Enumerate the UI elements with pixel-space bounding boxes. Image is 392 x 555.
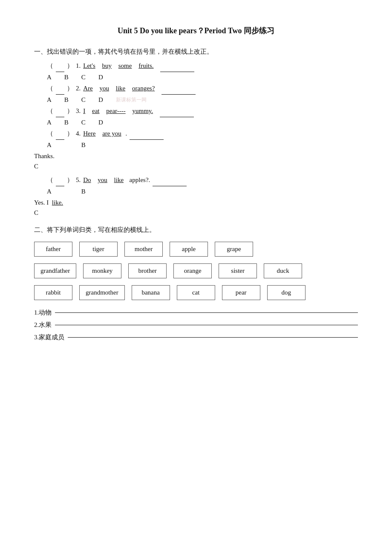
q4-partA: Here <box>83 128 95 139</box>
q5-opt-b: B <box>81 188 86 195</box>
q4-opt-b: B <box>81 142 86 149</box>
q1-partB: buy <box>102 60 112 72</box>
word-pear: pear <box>222 285 260 300</box>
q5-options: A B <box>47 188 358 195</box>
q3-bracket <box>56 105 64 117</box>
question-4-row: （ ） 4. Here are you . <box>47 128 358 140</box>
q5-partC: like <box>114 174 124 186</box>
q2-opt-d: D <box>98 96 103 104</box>
word-duck: duck <box>264 263 302 278</box>
q4-num: 4. <box>76 128 81 139</box>
q4-paren-close: ） <box>67 128 73 139</box>
question-3-row: （ ） 3. I eat pear---- yummy. <box>47 105 358 117</box>
q5-opt-a: A <box>47 188 52 195</box>
q4-extra-label: C <box>34 163 358 170</box>
q2-partD: oranges? <box>132 83 155 94</box>
q5-bracket <box>56 174 64 186</box>
q5-extra-label: C <box>34 209 358 217</box>
q1-opt-c: C <box>81 74 86 81</box>
q4-answer <box>130 128 164 140</box>
q4-options: A B <box>47 142 358 149</box>
q5-answer <box>153 174 187 186</box>
word-tiger: tiger <box>79 242 118 257</box>
q1-paren-open: （ <box>47 60 53 72</box>
watermark: 新课标第一网 <box>116 96 147 104</box>
q2-paren-close: ） <box>67 83 73 94</box>
q3-partD: yummy. <box>132 105 153 117</box>
word-monkey: monkey <box>83 263 121 278</box>
q2-partA: Are <box>83 83 93 94</box>
q5-partB: you <box>98 174 107 186</box>
q1-opt-d: D <box>98 74 103 81</box>
word-sister: sister <box>219 263 257 278</box>
q2-paren-open: （ <box>47 83 53 94</box>
q1-paren-close: ） <box>67 60 73 72</box>
q5-partA: Do <box>83 174 91 186</box>
page-title: Unit 5 Do you like pears？Period Two 同步练习 <box>34 26 358 36</box>
question-1-row: （ ） 1. Let's buy some fruits. <box>47 60 358 72</box>
word-brother: brother <box>128 263 167 278</box>
classify-line-3 <box>68 337 358 338</box>
section1-header: 一、找出错误的一项，将其代号填在括号里，并在横线上改正。 <box>34 48 358 56</box>
q5-num: 5. <box>76 174 81 186</box>
classify-line-1 <box>55 312 358 313</box>
q3-opt-a: A <box>47 119 52 126</box>
q2-partC: like <box>116 83 126 94</box>
q3-opt-d: D <box>98 119 103 126</box>
classify-row-1: 1.动物 <box>34 309 358 317</box>
q2-opt-a: A <box>47 96 52 104</box>
q1-partD: fruits. <box>138 60 153 72</box>
q3-num: 3. <box>76 105 81 117</box>
q3-partA: I <box>83 105 85 117</box>
q2-options: A B C D 新课标第一网 <box>47 96 358 104</box>
q1-partA: Let's <box>83 60 95 72</box>
word-father: father <box>34 242 72 257</box>
word-grandfather: grandfather <box>34 263 76 278</box>
q3-opt-c: C <box>81 119 86 126</box>
q3-partC: pear---- <box>106 105 126 117</box>
classify-label-1: 1.动物 <box>34 309 52 317</box>
word-banana: banana <box>132 285 170 300</box>
q1-partC: some <box>118 60 132 72</box>
q5-extra-text: Yes. I like. <box>34 197 358 208</box>
q3-options: A B C D <box>47 119 358 126</box>
q2-partB: you <box>100 83 110 94</box>
q4-opt-a: A <box>47 142 52 149</box>
q2-opt-b: B <box>64 96 69 104</box>
word-grid: father tiger mother apple grape grandfat… <box>34 242 358 300</box>
q3-opt-b: B <box>64 119 69 126</box>
word-grandmother: grandmother <box>79 285 125 300</box>
question-2-row: （ ） 2. Are you like oranges? <box>47 83 358 95</box>
q1-num: 1. <box>76 60 81 72</box>
classify-row-2: 2.水果 <box>34 321 358 329</box>
classify-label-2: 2.水果 <box>34 321 52 329</box>
word-orange: orange <box>173 263 212 278</box>
q2-num: 2. <box>76 83 81 94</box>
question-5-row: （ ） 5. Do you like apples?. <box>47 174 358 186</box>
classify-label-3: 3.家庭成员 <box>34 333 64 341</box>
q1-answer <box>160 60 194 72</box>
q2-bracket <box>56 83 64 95</box>
q3-answer <box>160 105 194 117</box>
word-mother: mother <box>124 242 163 257</box>
word-cat: cat <box>177 285 215 300</box>
word-dog: dog <box>267 285 306 300</box>
classify-row-3: 3.家庭成员 <box>34 333 358 341</box>
q1-opt-a: A <box>47 74 52 81</box>
q4-extra-text: Thanks. <box>34 150 358 162</box>
classify-line-2 <box>55 325 358 325</box>
q4-partB: are you <box>102 128 121 139</box>
q5-paren-close: ） <box>67 174 73 186</box>
word-row-3: rabbit grandmother banana cat pear dog <box>34 285 358 300</box>
word-row-1: father tiger mother apple grape <box>34 242 358 257</box>
q1-options: A B C D <box>47 74 358 81</box>
q3-paren-close: ） <box>67 105 73 117</box>
q1-opt-b: B <box>64 74 69 81</box>
word-apple: apple <box>170 242 208 257</box>
q3-paren-open: （ <box>47 105 53 117</box>
word-row-2: grandfather monkey brother orange sister… <box>34 263 358 278</box>
word-grape: grape <box>215 242 253 257</box>
q2-answer <box>161 83 196 95</box>
q2-opt-c: C <box>81 96 86 104</box>
q4-paren-open: （ <box>47 128 53 139</box>
